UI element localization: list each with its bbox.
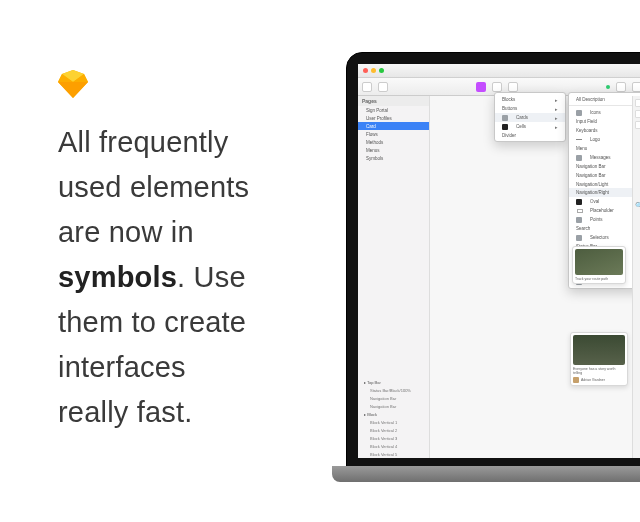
layers-sidebar: Pages Sign Portal User Profiles Card Flo…	[358, 96, 430, 458]
card-icon	[502, 115, 508, 121]
page-item[interactable]: Flows	[358, 130, 429, 138]
toolbar-button[interactable]	[632, 82, 640, 92]
inspector-field[interactable]	[635, 121, 640, 129]
menu-item[interactable]: Logo▸	[569, 135, 640, 144]
status-indicator-icon	[606, 85, 610, 89]
card-image-icon	[575, 249, 623, 275]
chevron-right-icon: ▸	[555, 97, 558, 103]
window-titlebar	[358, 64, 640, 78]
close-window-button[interactable]	[363, 68, 368, 73]
inspector-field[interactable]	[635, 110, 640, 118]
menu-item[interactable]: Placeholder▸	[569, 206, 640, 215]
layer-group[interactable]: Block	[358, 410, 429, 418]
menu-item[interactable]: Cards▸	[495, 113, 565, 122]
copy-line: . Use	[177, 261, 246, 293]
inspector-field[interactable]	[635, 99, 640, 107]
chevron-right-icon: ▸	[555, 115, 558, 121]
menu-item[interactable]: Oval▸	[569, 197, 640, 206]
zoom-window-button[interactable]	[379, 68, 384, 73]
messages-icon	[576, 155, 582, 161]
toolbar-button[interactable]	[616, 82, 626, 92]
canvas[interactable]: Blocks▸ Buttons▸ Cards▸ Cells▸ Divider A…	[430, 96, 640, 458]
menu-item[interactable]: Selectors▸	[569, 233, 640, 242]
menu-item[interactable]: Points▸	[569, 215, 640, 224]
canvas-card-preview[interactable]: Track your route path	[572, 246, 626, 284]
menu-item[interactable]: Navigation/Right▸	[569, 188, 640, 197]
page-item[interactable]: Symbols	[358, 154, 429, 162]
chevron-right-icon: ▸	[555, 106, 558, 112]
cell-icon	[502, 124, 508, 130]
toolbar-button[interactable]	[508, 82, 518, 92]
marketing-copy: All frequently used elements are now in …	[58, 120, 328, 435]
menu-item[interactable]: Blocks▸	[495, 95, 565, 104]
toolbar-button[interactable]	[378, 82, 388, 92]
layer-item[interactable]: Block Vertical 5	[358, 450, 429, 458]
copy-line: are now in	[58, 216, 194, 248]
sketch-logo-icon	[58, 70, 88, 102]
inspector-panel	[632, 96, 640, 458]
copy-bold: symbols	[58, 261, 177, 293]
card-author: Adrian Gardner	[581, 378, 605, 382]
menu-item[interactable]: Navigation/Light	[569, 180, 640, 188]
layer-item[interactable]: Status Bar/Black/100%	[358, 386, 429, 394]
symbols-menu-level-1: Blocks▸ Buttons▸ Cards▸ Cells▸ Divider	[494, 92, 566, 142]
card-image-icon	[573, 335, 625, 365]
selectors-icon	[576, 235, 582, 241]
placeholder-icon	[577, 209, 583, 213]
points-icon	[576, 217, 582, 223]
page-item[interactable]: User Profiles	[358, 114, 429, 122]
card-caption: Everyone has a story worth telling	[573, 367, 625, 375]
page-item[interactable]: Methods	[358, 138, 429, 146]
laptop-mockup: Pages Sign Portal User Profiles Card Flo…	[346, 52, 640, 482]
toolbar-button[interactable]	[362, 82, 372, 92]
menu-item[interactable]: Input Field▸	[569, 117, 640, 126]
copy-line: interfaces	[58, 351, 186, 383]
icons-icon	[576, 110, 582, 116]
layer-item[interactable]: Block Vertical 1	[358, 418, 429, 426]
menu-item[interactable]: Navigation Bar▸	[569, 171, 640, 180]
page-item-selected[interactable]: Card	[358, 122, 429, 130]
canvas-card-preview[interactable]: Everyone has a story worth telling Adria…	[570, 332, 628, 386]
pages-panel-header: Pages	[358, 96, 429, 106]
copy-line: All frequently	[58, 126, 228, 158]
card-caption: Track your route path	[575, 277, 623, 281]
symbols-toolbar-icon[interactable]	[476, 82, 486, 92]
layer-item[interactable]: Navigation Bar	[358, 394, 429, 402]
toolbar-button[interactable]	[492, 82, 502, 92]
copy-line: used elements	[58, 171, 249, 203]
menu-item[interactable]: Icons▸	[569, 108, 640, 117]
layer-item[interactable]: Navigation Bar	[358, 402, 429, 410]
chevron-right-icon: ▸	[555, 124, 558, 130]
minimize-window-button[interactable]	[371, 68, 376, 73]
copy-line: really fast.	[58, 396, 193, 428]
layer-item[interactable]: Block Vertical 2	[358, 426, 429, 434]
menu-item[interactable]: Buttons▸	[495, 104, 565, 113]
avatar-icon	[573, 377, 579, 383]
layer-group[interactable]: Top Bar	[358, 378, 429, 386]
menu-item[interactable]: Search▸	[569, 224, 640, 233]
layer-item[interactable]: Block Vertical 4	[358, 442, 429, 450]
page-item[interactable]: Sign Portal	[358, 106, 429, 114]
menu-item[interactable]: Keyboards▸	[569, 126, 640, 135]
logo-icon	[576, 139, 582, 140]
layer-item[interactable]: Block Vertical 3	[358, 434, 429, 442]
copy-line: them to create	[58, 306, 246, 338]
menu-item[interactable]: Menu▸	[569, 144, 640, 153]
menu-item[interactable]: All Description	[569, 95, 640, 103]
page-item[interactable]: Menus	[358, 146, 429, 154]
menu-item[interactable]: Messages▸	[569, 153, 640, 162]
svg-marker-6	[73, 82, 88, 98]
menu-item[interactable]: Divider	[495, 131, 565, 139]
menu-item[interactable]: Navigation Bar▸	[569, 162, 640, 171]
app-window: Pages Sign Portal User Profiles Card Flo…	[358, 64, 640, 458]
search-icon[interactable]: 🔍	[635, 202, 640, 210]
menu-item[interactable]: Cells▸	[495, 122, 565, 131]
oval-icon	[576, 199, 582, 205]
